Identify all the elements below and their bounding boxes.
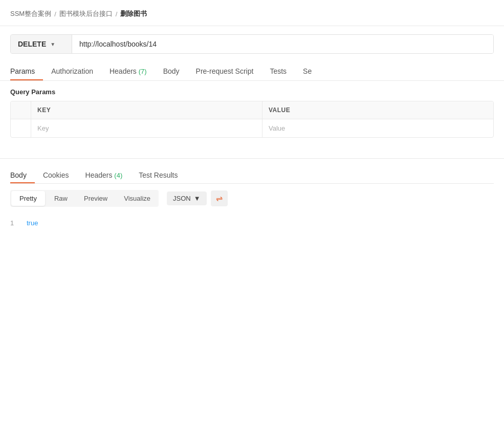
tab-authorization[interactable]: Authorization bbox=[43, 62, 101, 80]
breadcrumb: SSM整合案例 / 图书模块后台接口 / 删除图书 bbox=[0, 0, 504, 26]
table-row: Key Value bbox=[11, 119, 493, 137]
line-number: 1 bbox=[10, 217, 18, 229]
wrap-icon: ⇌ bbox=[216, 194, 223, 203]
format-visualize-button[interactable]: Visualize bbox=[116, 190, 159, 207]
tab-params[interactable]: Params bbox=[10, 62, 43, 80]
query-params-title: Query Params bbox=[0, 81, 504, 101]
breadcrumb-item-1[interactable]: SSM整合案例 bbox=[10, 9, 51, 18]
response-tab-cookies[interactable]: Cookies bbox=[35, 167, 77, 183]
format-preview-button[interactable]: Preview bbox=[76, 190, 116, 207]
breadcrumb-sep-1: / bbox=[54, 10, 56, 18]
format-group: Pretty Raw Preview Visualize bbox=[10, 190, 159, 207]
code-area: 1 true bbox=[0, 213, 504, 233]
check-col-header bbox=[11, 101, 31, 119]
row-checkbox[interactable] bbox=[11, 119, 31, 137]
request-tabs: Params Authorization Headers (7) Body Pr… bbox=[0, 62, 504, 81]
response-headers-badge: (4) bbox=[114, 172, 122, 179]
tab-pre-request-script[interactable]: Pre-request Script bbox=[188, 62, 262, 80]
response-tab-test-results[interactable]: Test Results bbox=[130, 167, 186, 183]
format-pretty-button[interactable]: Pretty bbox=[11, 191, 45, 206]
format-bar: Pretty Raw Preview Visualize JSON ▼ ⇌ bbox=[10, 190, 494, 207]
breadcrumb-current: 删除图书 bbox=[120, 9, 147, 18]
breadcrumb-item-2[interactable]: 图书模块后台接口 bbox=[59, 9, 113, 18]
chevron-down-icon: ▼ bbox=[50, 41, 55, 47]
tab-body[interactable]: Body bbox=[155, 62, 188, 80]
tab-headers[interactable]: Headers (7) bbox=[101, 62, 155, 80]
request-bar: DELETE ▼ bbox=[10, 34, 494, 54]
tab-tests[interactable]: Tests bbox=[261, 62, 295, 80]
code-line: 1 true bbox=[10, 217, 494, 229]
params-table-header: KEY VALUE bbox=[11, 101, 493, 119]
value-col-header: VALUE bbox=[262, 101, 493, 119]
response-section: Body Cookies Headers (4) Test Results Pr… bbox=[0, 159, 504, 207]
tab-settings[interactable]: Se bbox=[295, 62, 320, 80]
json-type-selector[interactable]: JSON ▼ bbox=[167, 191, 207, 205]
params-table: KEY VALUE Key Value bbox=[10, 101, 494, 138]
method-label: DELETE bbox=[18, 40, 46, 48]
format-raw-button[interactable]: Raw bbox=[46, 190, 76, 207]
response-tabs: Body Cookies Headers (4) Test Results bbox=[10, 167, 494, 184]
row-key-input[interactable]: Key bbox=[31, 119, 262, 137]
chevron-down-icon: ▼ bbox=[194, 195, 201, 202]
url-input[interactable] bbox=[72, 35, 493, 53]
response-tab-headers[interactable]: Headers (4) bbox=[77, 167, 131, 183]
breadcrumb-sep-2: / bbox=[116, 10, 118, 18]
code-value: true bbox=[27, 217, 38, 229]
response-tab-body[interactable]: Body bbox=[10, 167, 35, 183]
method-selector[interactable]: DELETE ▼ bbox=[11, 35, 72, 53]
wrap-button[interactable]: ⇌ bbox=[211, 190, 228, 206]
headers-badge: (7) bbox=[139, 68, 147, 75]
key-col-header: KEY bbox=[31, 101, 262, 119]
row-value-input[interactable]: Value bbox=[262, 119, 493, 137]
